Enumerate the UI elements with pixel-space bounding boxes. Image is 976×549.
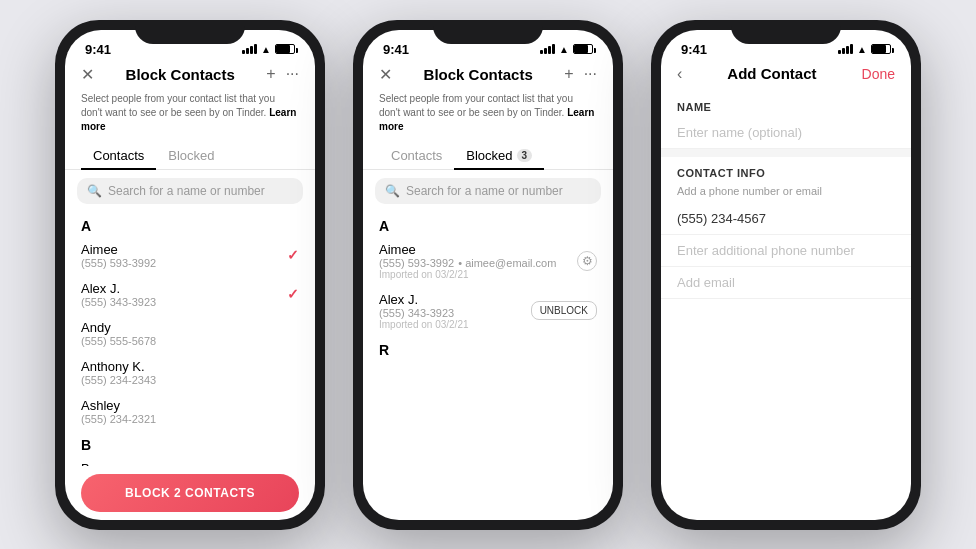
section-a-1: A (65, 212, 315, 236)
phones-container: 9:41 ▲ ✕ Block Contacts (55, 20, 921, 530)
back-icon[interactable]: ‹ (677, 65, 682, 83)
phone-number-field[interactable]: (555) 234-4567 (661, 203, 911, 235)
phone-1-screen: 9:41 ▲ ✕ Block Contacts (65, 30, 315, 520)
signal-bar-1 (242, 50, 245, 54)
add-contact-title: Add Contact (727, 65, 816, 82)
battery-fill-1 (276, 45, 290, 53)
contact-barry-1[interactable]: Barry (555) 234-2324 (65, 455, 315, 466)
check-alexj-1: ✓ (287, 286, 299, 302)
battery-1 (275, 44, 295, 54)
phone-1: 9:41 ▲ ✕ Block Contacts (55, 20, 325, 530)
search-bar-2[interactable]: 🔍 Search for a name or number (375, 178, 601, 204)
contact-info-section-label: CONTACT INFO (661, 157, 911, 183)
contact-alexj-1[interactable]: Alex J. (555) 343-3923 ✓ (65, 275, 315, 314)
section-a-2: A (363, 212, 613, 236)
time-1: 9:41 (85, 42, 111, 57)
status-icons-3: ▲ (838, 44, 891, 55)
status-icons-1: ▲ (242, 44, 295, 55)
wifi-icon-2: ▲ (559, 44, 569, 55)
tabs-2: Contacts Blocked 3 (363, 142, 613, 170)
tab-blocked-2[interactable]: Blocked 3 (454, 142, 544, 169)
phone-2-screen: 9:41 ▲ ✕ Block Contacts (363, 30, 613, 520)
signal-bar-4 (254, 44, 257, 54)
tabs-1: Contacts Blocked (65, 142, 315, 170)
check-aimee-1: ✓ (287, 247, 299, 263)
name-input[interactable]: Enter name (optional) (661, 117, 911, 149)
more-icon-1[interactable]: ··· (286, 65, 299, 83)
tab-contacts-1[interactable]: Contacts (81, 142, 156, 169)
close-icon-1[interactable]: ✕ (81, 65, 94, 84)
screen-subtitle-2: Select people from your contact list tha… (363, 92, 613, 142)
phone-2: 9:41 ▲ ✕ Block Contacts (353, 20, 623, 530)
contact-ashley-1[interactable]: Ashley (555) 234-2321 (65, 392, 315, 431)
unblock-alexj-button[interactable]: UNBLOCK (531, 301, 597, 320)
contact-andy-1[interactable]: Andy (555) 555-5678 (65, 314, 315, 353)
status-icons-2: ▲ (540, 44, 593, 55)
tab-blocked-1[interactable]: Blocked (156, 142, 226, 169)
contact-anthonyk-1[interactable]: Anthony K. (555) 234-2343 (65, 353, 315, 392)
screen-title-1: Block Contacts (126, 66, 235, 83)
more-icon-2[interactable]: ··· (584, 65, 597, 83)
wifi-icon-1: ▲ (261, 44, 271, 55)
search-bar-1[interactable]: 🔍 Search for a name or number (77, 178, 303, 204)
time-2: 9:41 (383, 42, 409, 57)
search-icon-1: 🔍 (87, 184, 102, 198)
additional-phone-field[interactable]: Enter additional phone number (661, 235, 911, 267)
search-input-2[interactable]: Search for a name or number (406, 184, 563, 198)
screen-title-2: Block Contacts (424, 66, 533, 83)
email-field[interactable]: Add email (661, 267, 911, 299)
block-contacts-button-1[interactable]: BLOCK 2 CONTACTS (81, 474, 299, 512)
signal-bars-2 (540, 44, 555, 54)
phone-3-screen: 9:41 ▲ ‹ Add Contact (661, 30, 911, 520)
wifi-icon-3: ▲ (857, 44, 867, 55)
section-b-1: B (65, 431, 315, 455)
phone-3: 9:41 ▲ ‹ Add Contact (651, 20, 921, 530)
tab-contacts-2[interactable]: Contacts (379, 142, 454, 169)
form-divider-1 (661, 149, 911, 157)
blocked-list-2: A Aimee (555) 593-3992 • aimee@email.com… (363, 212, 613, 366)
notch-1 (135, 20, 245, 44)
header-actions-2: + ··· (564, 65, 597, 83)
header-actions-1: + ··· (266, 65, 299, 83)
notch-3 (731, 20, 841, 44)
notch-2 (433, 20, 543, 44)
screen-header-2: ✕ Block Contacts + ··· (363, 61, 613, 92)
contact-aimee-1[interactable]: Aimee (555) 593-3992 ✓ (65, 236, 315, 275)
signal-bars-1 (242, 44, 257, 54)
battery-2 (573, 44, 593, 54)
battery-3 (871, 44, 891, 54)
signal-bars-3 (838, 44, 853, 54)
blocked-count-badge: 3 (517, 149, 533, 162)
search-input-1[interactable]: Search for a name or number (108, 184, 265, 198)
search-icon-2: 🔍 (385, 184, 400, 198)
contacts-list-1: A Aimee (555) 593-3992 ✓ Alex J. (555) 3… (65, 212, 315, 466)
section-r-2: R (363, 336, 613, 360)
add-icon-2[interactable]: + (564, 65, 573, 83)
screen-subtitle-1: Select people from your contact list tha… (65, 92, 315, 142)
add-icon-1[interactable]: + (266, 65, 275, 83)
time-3: 9:41 (681, 42, 707, 57)
close-icon-2[interactable]: ✕ (379, 65, 392, 84)
screen-header-1: ✕ Block Contacts + ··· (65, 61, 315, 92)
name-section-label: NAME (661, 91, 911, 117)
signal-bar-2 (246, 48, 249, 54)
contact-info-subtitle: Add a phone number or email (661, 183, 911, 203)
loading-icon-aimee (577, 251, 597, 271)
contact-aimee-2[interactable]: Aimee (555) 593-3992 • aimee@email.com I… (363, 236, 613, 286)
contact-alexj-2[interactable]: Alex J. (555) 343-3923 Imported on 03/2/… (363, 286, 613, 336)
done-button[interactable]: Done (862, 66, 895, 82)
signal-bar-3 (250, 46, 253, 54)
add-contact-header: ‹ Add Contact Done (661, 61, 911, 91)
